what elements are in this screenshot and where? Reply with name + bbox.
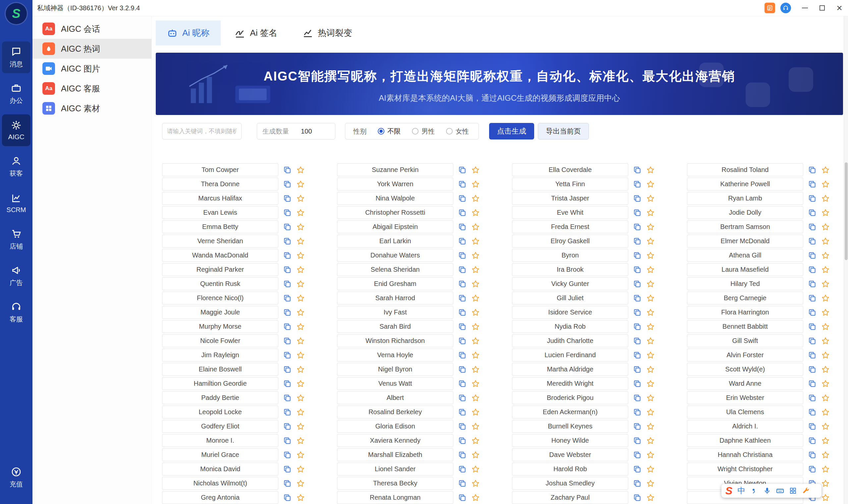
favorite-star-icon[interactable] <box>646 209 655 217</box>
favorite-star-icon[interactable] <box>471 365 480 374</box>
favorite-star-icon[interactable] <box>471 209 480 217</box>
minimize-button[interactable] <box>796 0 814 16</box>
copy-icon[interactable] <box>808 251 816 260</box>
favorite-star-icon[interactable] <box>471 337 480 345</box>
copy-icon[interactable] <box>458 194 467 203</box>
copy-icon[interactable] <box>458 436 467 445</box>
copy-icon[interactable] <box>458 180 467 188</box>
copy-icon[interactable] <box>458 322 467 331</box>
tab-Ai 签名[interactable]: Ai 签名 <box>223 20 288 46</box>
copy-icon[interactable] <box>633 180 642 188</box>
favorite-star-icon[interactable] <box>821 280 830 288</box>
copy-icon[interactable] <box>283 308 292 317</box>
favorite-star-icon[interactable] <box>646 237 655 246</box>
favorite-star-icon[interactable] <box>821 479 830 488</box>
copy-icon[interactable] <box>283 166 292 174</box>
copy-icon[interactable] <box>633 237 642 246</box>
favorite-star-icon[interactable] <box>646 166 655 174</box>
copy-icon[interactable] <box>808 266 816 274</box>
copy-icon[interactable] <box>633 251 642 260</box>
copy-icon[interactable] <box>633 351 642 360</box>
copy-icon[interactable] <box>458 294 467 303</box>
copy-icon[interactable] <box>808 194 816 203</box>
copy-icon[interactable] <box>458 266 467 274</box>
favorite-star-icon[interactable] <box>296 436 305 445</box>
favorite-star-icon[interactable] <box>646 408 655 416</box>
favorite-star-icon[interactable] <box>821 166 830 174</box>
favorite-star-icon[interactable] <box>646 266 655 274</box>
copy-icon[interactable] <box>808 337 816 345</box>
copy-icon[interactable] <box>808 294 816 303</box>
copy-icon[interactable] <box>458 280 467 288</box>
favorite-star-icon[interactable] <box>646 493 655 502</box>
copy-icon[interactable] <box>808 451 816 459</box>
favorite-star-icon[interactable] <box>471 194 480 203</box>
copy-icon[interactable] <box>283 294 292 303</box>
copy-icon[interactable] <box>808 180 816 188</box>
copy-icon[interactable] <box>633 365 642 374</box>
favorite-star-icon[interactable] <box>646 436 655 445</box>
favorite-star-icon[interactable] <box>821 394 830 402</box>
favorite-star-icon[interactable] <box>821 351 830 360</box>
copy-icon[interactable] <box>633 308 642 317</box>
favorite-star-icon[interactable] <box>646 337 655 345</box>
copy-icon[interactable] <box>458 223 467 231</box>
copy-icon[interactable] <box>283 379 292 388</box>
favorite-star-icon[interactable] <box>821 266 830 274</box>
copy-icon[interactable] <box>633 394 642 402</box>
copy-icon[interactable] <box>458 166 467 174</box>
favorite-star-icon[interactable] <box>296 422 305 431</box>
favorite-star-icon[interactable] <box>646 479 655 488</box>
copy-icon[interactable] <box>283 422 292 431</box>
copy-icon[interactable] <box>633 280 642 288</box>
copy-icon[interactable] <box>458 408 467 416</box>
copy-icon[interactable] <box>458 337 467 345</box>
maximize-button[interactable] <box>814 0 831 16</box>
copy-icon[interactable] <box>458 251 467 260</box>
favorite-star-icon[interactable] <box>821 422 830 431</box>
favorite-star-icon[interactable] <box>471 465 480 473</box>
favorite-star-icon[interactable] <box>471 479 480 488</box>
favorite-star-icon[interactable] <box>296 394 305 402</box>
sidebar-item-AIGC 素材[interactable]: AIGC 素材 <box>33 98 151 118</box>
copy-icon[interactable] <box>458 465 467 473</box>
apps-icon[interactable] <box>789 487 797 495</box>
copy-icon[interactable] <box>283 223 292 231</box>
favorite-star-icon[interactable] <box>471 394 480 402</box>
copy-icon[interactable] <box>633 493 642 502</box>
copy-icon[interactable] <box>633 223 642 231</box>
favorite-star-icon[interactable] <box>296 209 305 217</box>
close-button[interactable]: × <box>831 0 848 16</box>
favorite-star-icon[interactable] <box>821 408 830 416</box>
favorite-star-icon[interactable] <box>646 379 655 388</box>
gender-radio-男性[interactable]: 男性 <box>412 127 435 136</box>
favorite-star-icon[interactable] <box>296 493 305 502</box>
copy-icon[interactable] <box>808 365 816 374</box>
microphone-icon[interactable] <box>763 487 771 495</box>
favorite-star-icon[interactable] <box>296 365 305 374</box>
favorite-star-icon[interactable] <box>296 465 305 473</box>
copy-icon[interactable] <box>633 422 642 431</box>
favorite-star-icon[interactable] <box>646 365 655 374</box>
favorite-star-icon[interactable] <box>471 223 480 231</box>
favorite-star-icon[interactable] <box>646 422 655 431</box>
assistant-icon[interactable] <box>780 3 791 13</box>
favorite-star-icon[interactable] <box>646 322 655 331</box>
copy-icon[interactable] <box>283 322 292 331</box>
copy-icon[interactable] <box>808 422 816 431</box>
copy-icon[interactable] <box>458 379 467 388</box>
copy-icon[interactable] <box>458 237 467 246</box>
favorite-star-icon[interactable] <box>471 379 480 388</box>
copy-icon[interactable] <box>808 223 816 231</box>
copy-icon[interactable] <box>458 351 467 360</box>
favorite-star-icon[interactable] <box>821 294 830 303</box>
copy-icon[interactable] <box>283 251 292 260</box>
copy-icon[interactable] <box>633 436 642 445</box>
favorite-star-icon[interactable] <box>471 237 480 246</box>
favorite-star-icon[interactable] <box>471 266 480 274</box>
favorite-star-icon[interactable] <box>296 223 305 231</box>
sogou-input-toolbar[interactable]: S 中 <box>721 484 822 498</box>
generate-button[interactable]: 点击生成 <box>489 123 534 140</box>
favorite-star-icon[interactable] <box>646 251 655 260</box>
copy-icon[interactable] <box>283 237 292 246</box>
